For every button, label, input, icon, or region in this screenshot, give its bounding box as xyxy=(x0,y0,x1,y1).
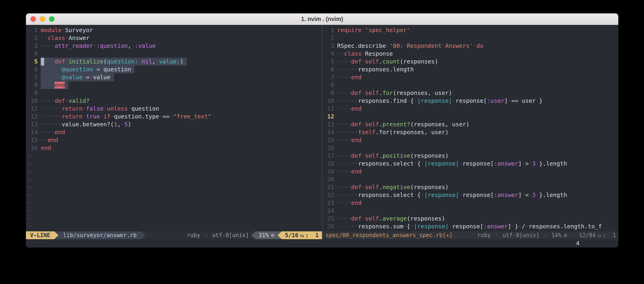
whitespace-dot: · xyxy=(62,27,65,33)
code-line[interactable]: 13····def·self.present?(responses,·user) xyxy=(324,121,618,128)
token: ) xyxy=(128,121,131,128)
code-line[interactable]: 14····end xyxy=(28,128,322,136)
whitespace-dot: · xyxy=(518,223,522,230)
line-text: ······@value·=·value xyxy=(41,73,114,81)
code-line[interactable]: 10····def·valid? xyxy=(28,97,322,105)
right-code-area[interactable]: 1require·'spec_helper'23RSpec.describe·'… xyxy=(322,25,618,231)
close-button[interactable] xyxy=(30,16,36,22)
code-line[interactable]: 3····attr_reader·:question,·:value xyxy=(28,42,322,50)
code-line[interactable]: 18······responses.select·{·|response|·re… xyxy=(324,160,618,168)
line-text: ····def·valid? xyxy=(41,97,90,105)
token: , xyxy=(152,58,156,65)
code-line[interactable]: ~ xyxy=(28,207,322,215)
code-line[interactable]: 23····end xyxy=(324,199,618,207)
token: if xyxy=(104,113,110,120)
line-text: ~ xyxy=(28,191,31,199)
code-line[interactable]: 21····def·self.negative(responses) xyxy=(324,183,618,191)
code-line[interactable]: 9····def·self.for(responses,·user) xyxy=(324,89,618,97)
code-line[interactable]: 24 xyxy=(324,207,618,215)
code-line[interactable]: ~ xyxy=(28,191,322,199)
code-line[interactable]: 8····end xyxy=(28,81,322,89)
thin-separator-icon: ‹ xyxy=(542,231,549,239)
token: :value xyxy=(135,42,156,49)
code-line[interactable]: 12······return·true·if·question.type·==·… xyxy=(28,113,322,121)
matched-end-highlight: end xyxy=(54,82,65,88)
code-line[interactable]: 15··end xyxy=(28,136,322,144)
code-line[interactable]: 12 xyxy=(324,113,618,121)
whitespace-dot: · xyxy=(348,160,351,167)
zoom-button[interactable] xyxy=(49,16,54,22)
code-line[interactable]: 2 xyxy=(324,34,618,42)
minimize-button[interactable] xyxy=(40,16,45,22)
column-value: : 1 xyxy=(602,232,616,239)
code-line[interactable]: 3RSpec.describe·'00:·Respondent·Answers'… xyxy=(324,42,618,50)
code-line[interactable]: 7····end xyxy=(324,73,618,81)
code-line[interactable]: ~ xyxy=(28,183,322,191)
titlebar[interactable]: 1. nvim . (nvim) xyxy=(26,13,618,25)
code-line[interactable]: 8 xyxy=(324,81,618,89)
code-line[interactable]: ~ xyxy=(28,168,322,175)
code-line[interactable]: 19····end xyxy=(324,168,618,175)
code-line[interactable]: ~ xyxy=(28,199,322,207)
code-line[interactable]: ~ xyxy=(28,223,322,230)
code-line[interactable]: 20 xyxy=(324,175,618,183)
token: (responses) xyxy=(400,58,438,65)
code-line[interactable]: ~ xyxy=(28,152,322,160)
code-line[interactable]: 16end xyxy=(28,144,322,152)
code-line[interactable]: 17····def·self.positive(responses) xyxy=(324,152,618,160)
code-line[interactable]: 14······!self.for(responses,·user) xyxy=(324,128,618,136)
token: user) xyxy=(435,90,452,96)
tilde-marker: ~ xyxy=(28,160,31,167)
whitespace-dot: · xyxy=(58,121,62,128)
token: for xyxy=(382,90,393,96)
whitespace-dot: · xyxy=(138,58,142,65)
token: Respondent xyxy=(407,42,442,49)
code-line[interactable]: 7······@value·=·value xyxy=(28,73,322,81)
code-line[interactable]: 5 ···def·initialize(question:·nil,·value… xyxy=(28,58,322,66)
whitespace-dot: · xyxy=(51,82,54,88)
whitespace-dot: · xyxy=(414,160,417,167)
code-line[interactable]: ~ xyxy=(28,175,322,183)
line-number: 3 xyxy=(28,42,41,50)
whitespace-dot: · xyxy=(404,223,407,230)
token: end xyxy=(351,105,362,112)
code-line[interactable]: 1module·Surveyor xyxy=(28,26,322,34)
code-line[interactable]: 4 xyxy=(28,50,322,58)
code-line[interactable]: 11····end xyxy=(324,105,618,113)
whitespace-dot: · xyxy=(51,121,54,128)
code-line[interactable]: 9 xyxy=(28,89,322,97)
code-line[interactable]: 10······responses.find·{·|response|·resp… xyxy=(324,97,618,105)
line-text: ··class·Answer xyxy=(41,34,90,42)
whitespace-dot: · xyxy=(348,129,351,136)
whitespace-dot: · xyxy=(110,113,114,120)
code-line[interactable]: 25····def·self.average(responses) xyxy=(324,215,618,223)
code-line[interactable]: 2··class·Answer xyxy=(28,34,322,42)
code-line[interactable]: 15····end xyxy=(324,136,618,144)
whitespace-dot: · xyxy=(362,50,365,57)
code-line[interactable]: 26······responses.sum·{·|response|·respo… xyxy=(324,223,618,230)
code-line[interactable]: 6······@question·=·question xyxy=(28,66,322,73)
code-line[interactable]: 5····def·self.count(responses) xyxy=(324,58,618,66)
code-line[interactable]: ~ xyxy=(28,215,322,223)
left-code-area[interactable]: 1module·Surveyor2··class·Answer3····attr… xyxy=(26,25,322,231)
command-line[interactable]: 4 xyxy=(26,239,618,248)
token: 3 xyxy=(532,160,536,167)
whitespace-dot: · xyxy=(341,74,344,81)
code-line[interactable]: 4··class·Response xyxy=(324,50,618,58)
line-text: ····end xyxy=(41,81,68,89)
whitespace-dot: · xyxy=(362,90,365,96)
code-line[interactable]: 13······value.between?(1,·5) xyxy=(28,121,322,128)
token: 5 xyxy=(124,121,128,128)
code-line[interactable]: ~ xyxy=(28,160,322,168)
token: def xyxy=(351,90,362,96)
code-line[interactable]: 16 xyxy=(324,144,618,152)
code-line[interactable]: 11······return·false·unless·question xyxy=(28,105,322,113)
powerline-separator-icon xyxy=(251,231,256,239)
token: end xyxy=(351,199,362,206)
whitespace-dot: · xyxy=(348,192,351,198)
token: == xyxy=(511,97,518,104)
code-line[interactable]: 22······responses.select·{·|response|·re… xyxy=(324,191,618,199)
code-line[interactable]: 1require·'spec_helper' xyxy=(324,26,618,34)
code-line[interactable]: 6······responses.length xyxy=(324,66,618,73)
whitespace-dot: · xyxy=(351,192,354,198)
